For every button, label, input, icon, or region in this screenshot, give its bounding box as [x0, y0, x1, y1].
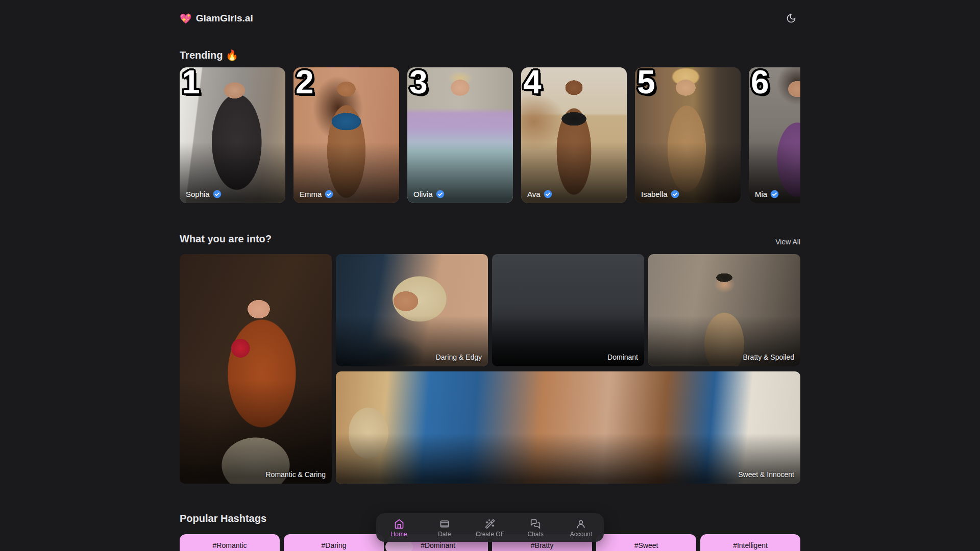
- view-all-link[interactable]: View All: [775, 238, 800, 246]
- model-name-row: Sophia: [186, 190, 222, 198]
- wand-sparkles-icon: [485, 519, 495, 529]
- model-name: Isabella: [641, 190, 668, 198]
- app-title: GlamGirls.ai: [196, 13, 253, 24]
- nav-home[interactable]: Home: [376, 513, 422, 542]
- nav-label: Date: [438, 531, 451, 538]
- active-nav-indicator: [385, 541, 413, 551]
- hashtag-sweet[interactable]: #Sweet: [596, 534, 696, 551]
- nav-label: Chats: [528, 531, 544, 538]
- user-icon: [576, 519, 586, 529]
- category-label: Sweet & Innocent: [738, 470, 794, 479]
- model-name-row: Emma: [300, 190, 333, 198]
- verified-badge-icon: [671, 190, 679, 198]
- category-card-daring[interactable]: Daring & Edgy: [336, 254, 488, 366]
- category-label: Romantic & Caring: [266, 470, 326, 479]
- chat-bubbles-icon: [530, 519, 541, 529]
- categories-grid: Romantic & Caring Daring & Edgy Dominant…: [180, 254, 800, 484]
- verified-badge-icon: [325, 190, 333, 198]
- nav-label: Account: [570, 531, 592, 538]
- nav-create-gf[interactable]: Create GF: [467, 513, 512, 542]
- model-name: Sophia: [186, 190, 210, 198]
- theme-toggle-button[interactable]: [782, 9, 800, 28]
- category-label: Dominant: [607, 353, 638, 361]
- header: 💖 GlamGirls.ai: [180, 0, 800, 29]
- trending-heading: Trending 🔥: [180, 48, 800, 62]
- trending-card-ava[interactable]: 4 Ava: [521, 67, 627, 203]
- moon-icon: [786, 13, 796, 23]
- category-card-sweet[interactable]: Sweet & Innocent: [336, 371, 800, 484]
- date-window-icon: [439, 519, 450, 529]
- home-icon: [394, 519, 404, 529]
- nav-account[interactable]: Account: [558, 513, 604, 542]
- nav-label: Create GF: [476, 531, 504, 538]
- model-name-row: Olivia: [413, 190, 445, 198]
- model-name: Olivia: [413, 190, 433, 198]
- trending-rank: 2: [296, 67, 314, 100]
- trending-rank: 4: [523, 67, 542, 100]
- trending-card-olivia[interactable]: 3 Olivia: [407, 67, 513, 203]
- model-name: Emma: [300, 190, 322, 198]
- trending-rank: 1: [182, 67, 200, 100]
- verified-badge-icon: [436, 190, 445, 198]
- category-card-dominant[interactable]: Dominant: [492, 254, 644, 366]
- verified-badge-icon: [544, 190, 552, 198]
- verified-badge-icon: [213, 190, 222, 198]
- nav-chats[interactable]: Chats: [513, 513, 558, 542]
- categories-heading: What you are into?: [180, 232, 272, 246]
- model-name: Mia: [755, 190, 767, 198]
- trending-rank: 3: [409, 67, 428, 100]
- category-card-bratty[interactable]: Bratty & Spoiled: [648, 254, 800, 366]
- trending-card-emma[interactable]: 2 Emma: [293, 67, 399, 203]
- heart-icon: 💖: [180, 13, 192, 24]
- trending-rank: 5: [637, 67, 655, 100]
- nav-label: Home: [391, 531, 407, 538]
- trending-card-sophia[interactable]: 1 Sophia: [180, 67, 285, 203]
- app-logo[interactable]: 💖 GlamGirls.ai: [180, 13, 253, 24]
- verified-badge-icon: [770, 190, 779, 198]
- model-name-row: Ava: [527, 190, 552, 198]
- page-container: 💖 GlamGirls.ai Trending 🔥 1 Sophia 2 Emm…: [180, 0, 800, 551]
- model-name: Ava: [527, 190, 541, 198]
- category-label: Bratty & Spoiled: [743, 353, 794, 361]
- model-name-row: Mia: [755, 190, 779, 198]
- bottom-nav-wrapper: Home Date Create GF Chats: [376, 513, 604, 542]
- categories-header: What you are into? View All: [180, 233, 800, 246]
- hashtag-intelligent[interactable]: #Intelligent: [700, 534, 800, 551]
- category-card-romantic[interactable]: Romantic & Caring: [180, 254, 332, 484]
- hashtag-romantic[interactable]: #Romantic: [180, 534, 280, 551]
- trending-row: 1 Sophia 2 Emma 3 Olivia 4: [180, 67, 800, 203]
- trending-rank: 6: [751, 67, 769, 100]
- category-label: Daring & Edgy: [436, 353, 482, 361]
- hashtag-daring[interactable]: #Daring: [284, 534, 384, 551]
- trending-card-isabella[interactable]: 5 Isabella: [635, 67, 741, 203]
- nav-date[interactable]: Date: [422, 513, 467, 542]
- bottom-nav: Home Date Create GF Chats: [376, 513, 604, 542]
- model-name-row: Isabella: [641, 190, 679, 198]
- trending-card-mia[interactable]: 6 Mia: [749, 67, 800, 203]
